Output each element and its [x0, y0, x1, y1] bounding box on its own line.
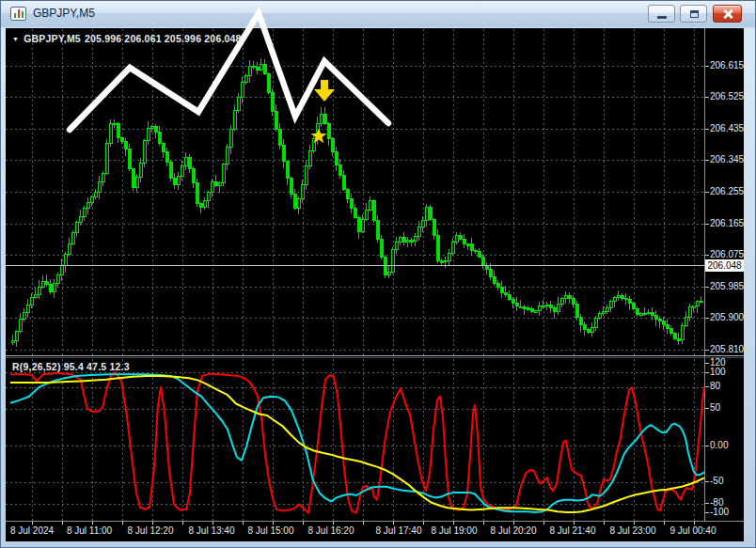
- time-axis-label: 8 Jul 2024: [10, 525, 54, 536]
- indicator-axis-label: 100: [710, 368, 726, 377]
- indicator-axis-label: 80: [710, 382, 720, 391]
- time-axis-label: 8 Jul 11:00: [67, 525, 112, 536]
- title-bar[interactable]: GBPJPY,M5: [1, 1, 756, 27]
- price-axis-label: 206.075: [710, 250, 744, 259]
- restore-icon: [690, 10, 699, 18]
- time-axis-label: 8 Jul 15:00: [248, 525, 294, 536]
- window-title: GBPJPY,M5: [33, 7, 95, 20]
- indicator-axis-label: -50: [710, 477, 723, 486]
- current-price-badge: 206.048: [705, 259, 744, 272]
- price-axis-label: 206.435: [710, 124, 744, 133]
- time-axis-label: 8 Jul 21:40: [550, 525, 596, 536]
- time-axis-label: 8 Jul 12:20: [128, 525, 174, 536]
- close-button[interactable]: [713, 5, 742, 23]
- time-axis-label: 8 Jul 19:00: [432, 525, 478, 536]
- indicator-axis-label: -100: [710, 508, 729, 517]
- minimize-icon: [657, 16, 667, 19]
- price-axis-label: 206.255: [710, 187, 744, 196]
- price-axis-label: 206.165: [710, 219, 744, 228]
- indicator-axis-label: 50: [710, 403, 720, 413]
- indicator-axis-label: 0.00: [710, 441, 728, 450]
- ohlc-header[interactable]: ▼GBPJPY,M5205.996 206.061 205.996 206.04…: [12, 34, 245, 44]
- application-window: GBPJPY,M5 ▼GBPJPY,M5205.996 206.061 205.…: [0, 0, 756, 548]
- star-marker: [310, 128, 326, 143]
- price-axis-label: 205.900: [710, 313, 744, 322]
- close-icon: [722, 8, 733, 20]
- symbol-label: GBPJPY,M5: [24, 33, 81, 44]
- time-axis-label: 9 Jul 00:40: [670, 525, 717, 536]
- time-axis-label: 8 Jul 13:40: [189, 525, 235, 536]
- price-axis-label: 205.810: [710, 345, 744, 354]
- minimize-button[interactable]: [648, 5, 675, 23]
- zigzag-drawing: [70, 13, 388, 130]
- time-axis-label: 8 Jul 17:40: [376, 525, 422, 536]
- price-axis-label: 206.615: [710, 61, 744, 70]
- restore-button[interactable]: [680, 5, 707, 23]
- time-axis-label: 8 Jul 23:00: [610, 525, 656, 536]
- chart-window-icon: [10, 7, 26, 21]
- time-axis-label: 8 Jul 20:20: [491, 525, 537, 536]
- price-axis-label: 206.525: [710, 92, 744, 102]
- time-axis-label: 8 Jul 16:20: [308, 525, 354, 536]
- price-axis-label: 205.985: [710, 282, 744, 291]
- ohlc-values: 205.996 206.061 205.996 206.048: [85, 33, 242, 44]
- price-axis-label: 206.345: [710, 155, 744, 164]
- indicator-label: R(9,26,52) 95.4 47.5 12.3: [12, 362, 130, 372]
- down-arrow-marker: [314, 80, 335, 102]
- chevron-down-icon[interactable]: ▼: [12, 36, 19, 42]
- chart-canvas[interactable]: [1, 1, 756, 548]
